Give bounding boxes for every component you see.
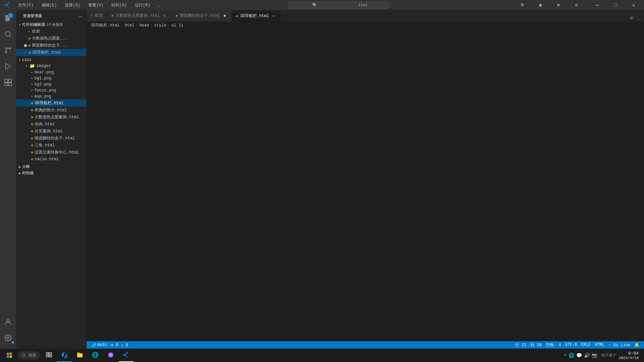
activity-extensions[interactable] <box>0 74 16 90</box>
focus-file-name: focus.png <box>35 88 56 93</box>
status-notifications[interactable]: 🔔 <box>632 342 641 348</box>
file-transform[interactable]: ◈ 设置元素转换中心.html <box>16 149 86 156</box>
breadcrumb-sep3: › <box>150 23 153 28</box>
taskbar-vscode[interactable] <box>119 349 133 362</box>
bear-file-name: bear.png <box>35 70 54 75</box>
file-focus[interactable]: ▪ focus.png <box>16 87 86 94</box>
taskbar-search[interactable]: 搜索 <box>17 351 40 360</box>
open-editor-nav3d[interactable]: ✕ ◈ 3D导航栏.html <box>16 49 86 56</box>
tray-volume[interactable]: 🔊 <box>584 353 590 358</box>
nav3d-close[interactable]: ✕ <box>24 50 26 55</box>
activity-explorer[interactable]: 1 <box>0 10 16 26</box>
tray-message[interactable]: 💬 <box>576 353 582 358</box>
status-language[interactable]: HTML <box>593 342 606 348</box>
file-bg2[interactable]: ▪ bg2.png <box>16 81 86 87</box>
code-area[interactable] <box>103 29 614 341</box>
close-btn[interactable]: ✕ <box>626 0 641 10</box>
status-encoding[interactable]: UTF-8 <box>563 342 579 348</box>
dahan-header[interactable]: ▶ 大韩 <box>16 164 86 170</box>
sidebar-more-button[interactable]: … <box>79 13 82 19</box>
welcome-tab-label: 欢迎 <box>95 13 103 18</box>
menu-edit[interactable]: 编辑(E) <box>39 2 60 9</box>
tray-notification[interactable]: 📷 <box>592 353 597 358</box>
timeline-chevron: ▶ <box>19 171 21 175</box>
taskbar-taskview[interactable] <box>42 349 56 362</box>
tray-network[interactable]: 🌐 <box>569 353 574 358</box>
menu-file[interactable]: 文件(F) <box>15 2 36 9</box>
tab-bigdata[interactable]: ◈ 大数据热点图案例.html ✕ <box>107 10 172 21</box>
nav3d-explorer-icon: ◈ <box>31 101 33 106</box>
file-3dnav[interactable]: ◈ 3D导航栏.html <box>16 100 86 107</box>
breadcrumb-head[interactable]: head <box>140 23 149 28</box>
lizi-root-header[interactable]: ▾ LIZI <box>16 57 86 63</box>
activity-account[interactable] <box>0 314 16 330</box>
flipbox-close-btn[interactable]: ● <box>222 13 227 18</box>
split-editor-btn[interactable]: ⧉ <box>515 0 530 10</box>
breadcrumb-file[interactable]: 3D导航栏.html <box>91 22 119 28</box>
taskbar-ie[interactable] <box>88 349 103 362</box>
taskbar-edge[interactable] <box>57 349 72 362</box>
status-line-ending[interactable]: CRLF <box>579 342 593 348</box>
layout-btn[interactable]: ▣ <box>533 0 548 10</box>
bigdata-close-btn[interactable]: ✕ <box>162 13 167 18</box>
status-line-col[interactable]: 行 21，列 26 <box>513 342 544 348</box>
status-errors[interactable]: ⊘ 0 ⚠ 0 <box>109 343 130 348</box>
lizi-root-label: LIZI <box>22 58 32 62</box>
bg1-file-name: bg1.png <box>35 76 51 81</box>
file-sacle[interactable]: ◈ sacle.html <box>16 156 86 162</box>
status-golive[interactable]: ⚡ Go Live <box>606 342 632 348</box>
menu-goto[interactable]: 转到(G) <box>109 2 129 9</box>
grid-btn[interactable]: ⊟ <box>569 0 584 10</box>
split-editor-action[interactable]: ⊞ <box>629 14 634 21</box>
status-branch[interactable]: ⎇ main <box>89 343 109 348</box>
activity-search[interactable] <box>0 26 16 42</box>
open-editors-count: 1个未保存 <box>46 22 63 27</box>
timeline-header[interactable]: ▶ 时间线 <box>16 170 86 176</box>
search-text: lizi <box>339 3 386 7</box>
open-editors-header[interactable]: ▾ 打开的编辑器 1个未保存 <box>16 21 86 28</box>
flipbox-tab-label: 两面翻转的盒子.html <box>180 13 220 18</box>
search-container[interactable]: 🔍 lizi <box>288 2 389 9</box>
menu-run[interactable]: 运行(R) <box>132 2 153 9</box>
breadcrumb-sep2: › <box>136 23 138 28</box>
tri-icon: ◈ <box>31 143 33 148</box>
open-editor-bigdata[interactable]: ◈ 大数据热点图案... <box>16 35 86 42</box>
svg-rect-18 <box>46 355 49 357</box>
file-animation[interactable]: ◈ 动画.html <box>16 121 86 128</box>
activity-bar-bottom: 1 <box>0 314 16 349</box>
start-button[interactable] <box>3 349 16 362</box>
taskbar-explorer[interactable] <box>72 349 87 362</box>
status-spaces[interactable]: 空格: 4 <box>544 342 563 348</box>
file-pagination[interactable]: ◈ 分页案例.html <box>16 128 86 135</box>
breadcrumb-html[interactable]: html <box>125 23 135 28</box>
maximize-btn[interactable]: □ <box>608 0 623 10</box>
minimize-btn[interactable]: — <box>590 0 605 10</box>
file-bear2[interactable]: ◈ 奔跑的熊大.html <box>16 107 86 114</box>
menu-view[interactable]: 查看(V) <box>86 2 106 9</box>
open-editor-welcome[interactable]: ✦ 欢迎 <box>16 28 86 35</box>
folder-images[interactable]: ▾ 📁 images <box>16 63 86 69</box>
tab-nav3d[interactable]: ◈ 3D导航栏.html ✕ <box>232 10 281 21</box>
errors-text: ⊘ 0 <box>111 343 118 348</box>
menu-select[interactable]: 选择(S) <box>62 2 83 9</box>
taskbar-app5[interactable]: M <box>103 349 118 362</box>
tab-welcome[interactable]: ✦ 欢迎 <box>87 10 107 21</box>
more-tabs-action[interactable]: … <box>636 15 641 21</box>
activity-settings[interactable]: 1 <box>0 330 16 346</box>
file-bigdata2[interactable]: ◈ 大数据热点图案例.html <box>16 114 86 121</box>
file-bg1[interactable]: ▪ bg1.png <box>16 75 86 81</box>
file-map[interactable]: ▪ map.png <box>16 94 86 100</box>
open-editor-flipbox[interactable]: ◈ 两面翻转的盒子... <box>16 42 86 49</box>
file-triangle[interactable]: ◈ 三角.html <box>16 142 86 149</box>
tab-flipbox[interactable]: ◈ 两面翻转的盒子.html ● <box>171 10 232 21</box>
activity-git[interactable] <box>0 42 16 58</box>
menu-more[interactable]: … <box>156 2 163 8</box>
panel-btn[interactable]: ⊞ <box>551 0 566 10</box>
breadcrumb-ulli[interactable]: ul li <box>171 23 183 28</box>
breadcrumb-style[interactable]: style <box>154 23 166 28</box>
tray-chevron[interactable]: ^ <box>564 353 567 357</box>
nav3d-tab-close[interactable]: ✕ <box>271 13 276 18</box>
file-bear[interactable]: ▪ bear.png <box>16 69 86 75</box>
activity-debug[interactable] <box>0 58 16 74</box>
file-flipbox2[interactable]: ◈ 两面翻转的盒子.html <box>16 135 86 142</box>
